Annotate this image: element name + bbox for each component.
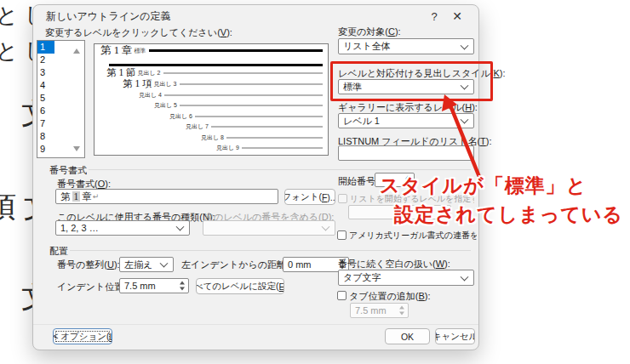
preview-line: [226, 137, 323, 139]
options-button[interactable]: << オプション(L): [53, 328, 112, 344]
set-all-levels-button[interactable]: すべてのレベルに設定(E)...: [196, 278, 284, 294]
annotation-text-line1: スタイルが「標準」と: [380, 173, 587, 199]
preview-row: 第 1 章 標準: [100, 45, 323, 56]
alignment-label: 番号の整列(U):: [57, 259, 120, 271]
include-level-combobox: [203, 220, 335, 236]
preview-style-tag: 見出し 5: [154, 101, 177, 110]
preview-style-tag: 見出し 3: [154, 80, 177, 88]
preview-style-tag: 見出し 2: [138, 69, 161, 77]
close-button[interactable]: ✕: [450, 9, 465, 24]
ok-button[interactable]: OK: [385, 328, 430, 344]
preview-line: [163, 72, 323, 74]
preview-style-tag: 標準: [135, 47, 146, 55]
preview-style-tag: 見出し 7: [186, 122, 209, 131]
preview-line: [211, 126, 323, 128]
number-format-token: 1: [72, 191, 81, 202]
scroll-down-icon[interactable]: [73, 146, 80, 151]
link-style-value: 標準: [343, 81, 362, 94]
gallery-level-label: ギャラリーに表示するレベル(H):: [338, 101, 478, 114]
position-group-label: 配置: [49, 245, 68, 258]
preview-line: [149, 49, 324, 52]
group-divider: [70, 250, 471, 251]
screen: とし とし 文 項 文 文 新しいアウトラインの定義 ? ✕ 変更するレベルをク…: [0, 0, 630, 364]
preview-line: [180, 105, 323, 106]
chevron-down-icon: [461, 41, 469, 49]
cancel-button[interactable]: キャンセル: [435, 328, 475, 344]
annotation-text-line2: 設定されてしまっている: [394, 202, 623, 228]
level-item[interactable]: 4: [37, 79, 54, 92]
help-button[interactable]: ?: [427, 9, 442, 24]
add-tab-checkbox[interactable]: [337, 291, 346, 300]
preview-row: 第 1 項 見出し 3: [123, 78, 323, 89]
listnum-input[interactable]: [338, 145, 474, 161]
preview-line: [164, 94, 323, 96]
spinner-arrows-icon: [399, 306, 404, 316]
number-style-value: 1, 2, 3 …: [60, 223, 99, 233]
number-format-input[interactable]: 第 1 章 ↵: [55, 189, 278, 204]
indent-spinner[interactable]: 7.5 mm: [119, 278, 189, 293]
follow-number-label: 番号に続く空白の扱い(W):: [338, 258, 450, 270]
spinner-arrows-icon[interactable]: [180, 282, 185, 291]
alignment-combobox[interactable]: 左揃え: [119, 257, 174, 272]
preview-line: [195, 116, 323, 117]
add-tab-spinner: 7.5 mm: [350, 303, 409, 318]
link-style-label: レベルと対応付ける見出しスタイル(K):: [338, 67, 506, 80]
legal-numbering-label: アメリカ式リーガル書式の連番を付ける(G): [349, 230, 477, 242]
level-item[interactable]: 3: [37, 66, 54, 79]
level-list[interactable]: 1 2 3 4 5 6 7 8 9: [37, 40, 85, 158]
number-format-group-label: 番号書式: [49, 164, 87, 177]
chevron-down-icon: [461, 116, 469, 124]
preview-style-tag: 見出し 9: [216, 144, 239, 152]
preview-line: [180, 83, 323, 85]
number-style-combobox[interactable]: 1, 2, 3 …: [55, 220, 190, 236]
level-picker-label: 変更するレベルをクリックしてください(V):: [45, 26, 232, 39]
level-item[interactable]: 2: [37, 54, 54, 66]
chevron-down-icon: [160, 259, 169, 268]
level-item[interactable]: 6: [37, 105, 54, 117]
apply-to-label: 変更の対象(C):: [338, 26, 401, 38]
preview-number-text: 第 1 項: [123, 78, 152, 89]
number-format-suffix: 章: [82, 191, 92, 203]
preview-row: 見出し 9: [216, 142, 323, 153]
add-tab-value: 7.5 mm: [355, 305, 387, 316]
preview-row: 見出し 5: [154, 100, 323, 111]
gallery-level-combobox[interactable]: レベル 1: [338, 113, 474, 128]
font-button[interactable]: フォント(F)...: [284, 189, 335, 205]
chevron-down-icon: [461, 82, 469, 90]
preview-style-tag: 見出し 8: [201, 134, 224, 142]
preview-style-tag: 見出し 6: [169, 112, 192, 121]
preview-line: [242, 147, 323, 149]
chevron-down-icon: [322, 223, 330, 231]
preview-number-text: 第 1 章: [100, 45, 133, 56]
apply-to-value: リスト全体: [343, 40, 391, 53]
footer-divider: [33, 324, 478, 325]
preview-row: 見出し 7: [186, 121, 323, 132]
dialog-title: 新しいアウトラインの定義: [46, 9, 171, 24]
restart-level-checkbox: [338, 194, 347, 203]
level-item[interactable]: 8: [37, 130, 54, 143]
legal-numbering-checkbox[interactable]: [337, 230, 346, 240]
gallery-level-value: レベル 1: [343, 115, 380, 128]
follow-number-combobox[interactable]: タブ文字: [338, 270, 474, 286]
apply-to-combobox[interactable]: リスト全体: [338, 38, 474, 54]
level-item[interactable]: 5: [37, 92, 54, 105]
indent-value: 7.5 mm: [124, 281, 156, 291]
add-tab-label: タブ位置の追加(B):: [349, 290, 431, 303]
link-style-combobox[interactable]: 標準: [338, 79, 474, 94]
level-item[interactable]: 7: [37, 117, 54, 130]
alignment-value: 左揃え: [124, 259, 152, 271]
scroll-up-icon[interactable]: [73, 48, 80, 54]
chevron-down-icon: [461, 272, 469, 281]
group-divider: [89, 169, 471, 170]
preview-number-text: 第 1 節: [106, 67, 136, 78]
preview-style-tag: 見出し 4: [139, 91, 162, 100]
chevron-down-icon: [176, 223, 185, 231]
follow-number-value: タブ文字: [343, 271, 381, 284]
level-item[interactable]: 1: [37, 41, 54, 54]
level-item[interactable]: 9: [37, 143, 54, 156]
number-format-prefix: 第: [60, 191, 71, 203]
return-mark-icon: ↵: [93, 192, 100, 201]
distance-value: 0 mm: [288, 259, 312, 270]
preview-row: 第 1 節 見出し 2: [106, 67, 323, 78]
preview-line: [109, 64, 323, 66]
